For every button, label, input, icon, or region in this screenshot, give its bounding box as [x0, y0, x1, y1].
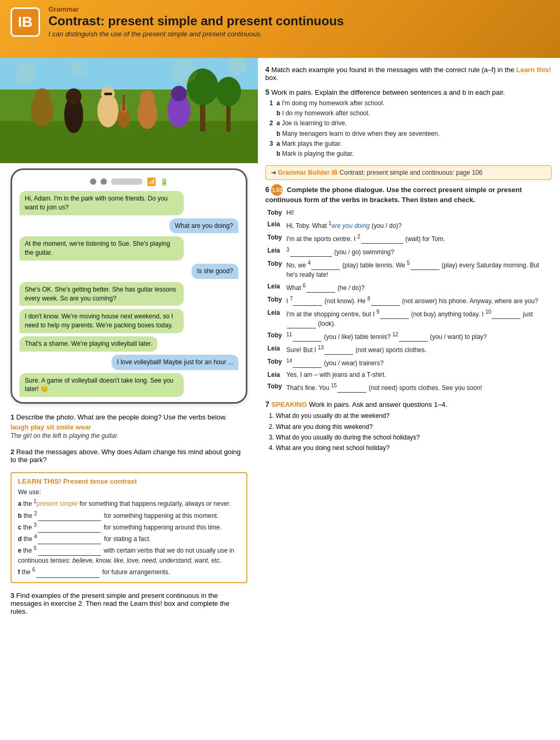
- dialogue-row-11: Toby 14 (you / wear) trainers?: [265, 356, 552, 369]
- photo-area: [0, 58, 258, 163]
- speaking-q-3: What do you usually do during the school…: [276, 432, 552, 443]
- phone-dot-1: [90, 178, 96, 185]
- svg-point-20: [216, 77, 241, 106]
- section-3-instruction: 3 Find examples of the present simple an…: [11, 592, 247, 615]
- msg-6: I don't know. We're moving house next we…: [19, 309, 184, 333]
- left-column: 📶 🔋 Hi, Adam. I'm in the park with some …: [0, 58, 258, 619]
- dialogue-line-6: What 6 (he / do)?: [284, 281, 552, 294]
- learn-this-box: LEARN THIS! Present tense contrast We us…: [11, 472, 247, 583]
- svg-rect-11: [123, 95, 125, 111]
- pair-2: 2 a Joe is learning to drive. b Many tee…: [269, 118, 552, 138]
- dialogue-line-1: Hi!: [284, 207, 552, 218]
- msg-9: Sure. A game of volleyball doesn't take …: [19, 373, 184, 397]
- dialogue-row-13: Toby That's fine. You 15 (not need) spor…: [265, 381, 552, 394]
- section-3: 3 Find examples of the present simple an…: [0, 587, 258, 619]
- speaker-toby-4: Toby: [265, 294, 284, 307]
- svg-rect-16: [104, 93, 112, 95]
- section-6-instruction: 6 1.03 Complete the phone dialogue. Use …: [265, 184, 552, 204]
- svg-point-21: [16, 63, 37, 84]
- grammar-label: Grammar: [48, 5, 549, 13]
- msg-3: At the moment, we're listening to Sue. S…: [19, 236, 184, 261]
- phone-top-bar: 📶 🔋: [17, 177, 241, 186]
- header-text: Grammar Contrast: present simple and pre…: [48, 5, 549, 38]
- audio-badge[interactable]: 1.03: [271, 184, 283, 196]
- dialogue-line-11: 14 (you / wear) trainers?: [284, 356, 552, 369]
- speaker-toby-2: Toby: [265, 232, 284, 245]
- section-2: 2 Read the messages above. Why does Adam…: [0, 444, 258, 468]
- rule-d: d the 4 for stating a fact.: [18, 533, 240, 544]
- dialogue-line-9: 11 (you / like) table tennis? 12 (you / …: [284, 329, 552, 343]
- right-section-6: 6 1.03 Complete the phone dialogue. Use …: [265, 184, 552, 394]
- phone: 📶 🔋 Hi, Adam. I'm in the park with some …: [11, 168, 247, 404]
- svg-point-23: [171, 58, 197, 84]
- dialogue-row-10: Leia Sure! But I 13 (not wear) sports cl…: [265, 343, 552, 356]
- verbs-list: laugh play sit smile wear: [11, 423, 247, 431]
- grammar-builder-rest: Contrast: present simple and continuous:…: [339, 169, 483, 176]
- page-subtitle: I can distinguish the use of the present…: [48, 30, 549, 38]
- rule-f: f the 6 for future arrangements.: [18, 566, 240, 577]
- svg-rect-2: [0, 121, 258, 163]
- rule-c: c the 3 for something happening around t…: [18, 521, 240, 533]
- dialogue-line-12: Yes, I am – with jeans and a T-shirt.: [284, 369, 552, 381]
- pair-3: 3 a Mark plays the guitar. b Mark is pla…: [269, 139, 552, 159]
- right-section-5: 5 Work in pairs. Explain the difference …: [265, 88, 552, 159]
- dialogue-row-2: Leia Hi, Toby. What 1are you doing (you …: [265, 218, 552, 232]
- dialogue-row-5: Toby No, we 4 (play) table tennis. We 5 …: [265, 258, 552, 281]
- msg-4: Is she good?: [192, 264, 238, 279]
- grammar-builder-link[interactable]: Grammar Builder IB: [278, 169, 337, 176]
- we-use: We use:: [18, 487, 240, 497]
- speaking-label: SPEAKING: [271, 401, 307, 408]
- dialogue-line-2: Hi, Toby. What 1are you doing (you / do)…: [284, 218, 552, 232]
- ib-badge: IB: [11, 7, 40, 37]
- learn-this-title: LEARN THIS! Present tense contrast: [18, 477, 240, 485]
- dialogue-row-8: Leia I'm at the shopping centre, but I 9…: [265, 307, 552, 329]
- speaker-leia-4: Leia: [265, 307, 284, 329]
- speaker-leia-3: Leia: [265, 281, 284, 294]
- dialogue-row-3: Toby I'm at the sports centre. I 2 (wait…: [265, 232, 552, 245]
- speaking-questions: What do you usually do at the weekend? W…: [265, 411, 552, 454]
- msg-7: That's a shame. We're playing volleyball…: [19, 336, 157, 352]
- speaking-q-4: What are you doing next school holiday?: [276, 443, 552, 453]
- svg-point-6: [66, 88, 82, 104]
- phone-wrapper: 📶 🔋 Hi, Adam. I'm in the park with some …: [0, 163, 258, 409]
- dialogue-line-7: I 7 (not know). He 8 (not answer) his ph…: [284, 294, 552, 307]
- battery-icon: 🔋: [160, 178, 168, 186]
- dialogue-table: Toby Hi! Leia Hi, Toby. What 1are you do…: [265, 207, 552, 394]
- speaker-leia-2: Leia: [265, 245, 284, 258]
- speaking-q-1: What do you usually do at the weekend?: [276, 411, 552, 421]
- main-content: 📶 🔋 Hi, Adam. I'm in the park with some …: [0, 58, 560, 619]
- msg-2: What are you doing?: [169, 218, 238, 234]
- svg-point-13: [140, 91, 155, 105]
- section-2-instruction: 2 Read the messages above. Why does Adam…: [11, 448, 247, 464]
- speaker-toby-3: Toby: [265, 258, 284, 281]
- page-title: Contrast: present simple and present con…: [48, 14, 549, 28]
- section-1-example: The girl on the left is playing the guit…: [11, 432, 247, 439]
- msg-8: I love volleyball! Maybe just for an hou…: [112, 355, 238, 370]
- signal-icon: 📶: [147, 177, 156, 186]
- svg-point-15: [171, 86, 187, 102]
- msg-5: She's OK. She's getting better. She has …: [19, 282, 184, 306]
- dialogue-line-3: I'm at the sports centre. I 2 (wait) for…: [284, 232, 552, 245]
- speaker-toby-7: Toby: [265, 381, 284, 394]
- grammar-builder-box: ➔ Grammar Builder IB Contrast: present s…: [265, 165, 552, 180]
- pair-1: 1 a I'm doing my homework after school. …: [269, 98, 552, 118]
- right-column: 4 Match each example you found in the me…: [258, 58, 560, 619]
- dialogue-row-4: Leia 3 (you / go) swimming?: [265, 245, 552, 258]
- phone-dot-2: [101, 178, 107, 185]
- dialogue-line-8: I'm at the shopping centre, but I 9 (not…: [284, 307, 552, 329]
- svg-point-4: [35, 88, 49, 103]
- speaker-toby-1: Toby: [265, 207, 284, 218]
- grammar-builder-arrow: ➔: [271, 169, 276, 176]
- dialogue-line-13: That's fine. You 15 (not need) sports cl…: [284, 381, 552, 394]
- phone-messages: Hi, Adam. I'm in the park with some frie…: [17, 191, 241, 397]
- msg-1: Hi, Adam. I'm in the park with some frie…: [19, 191, 184, 215]
- speaker-leia-5: Leia: [265, 343, 284, 356]
- speaker-leia-6: Leia: [265, 369, 284, 381]
- section-1: 1 Describe the photo. What are the peopl…: [0, 409, 258, 444]
- right-section-7: 7 SPEAKING Work in pairs. Ask and answer…: [265, 400, 552, 454]
- section-1-instruction: 1 Describe the photo. What are the peopl…: [11, 413, 247, 421]
- rule-b: b the 2 for something happening at this …: [18, 509, 240, 521]
- learn-this-rules: We use: a the 1present simple for someth…: [18, 487, 240, 578]
- pairs-list: 1 a I'm doing my homework after school. …: [265, 98, 552, 159]
- dialogue-row-9: Toby 11 (you / like) table tennis? 12 (y…: [265, 329, 552, 343]
